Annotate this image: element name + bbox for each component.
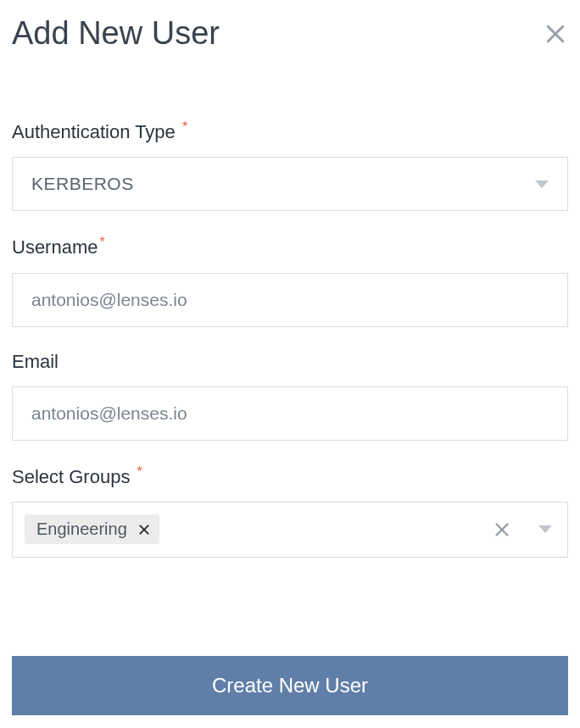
close-icon[interactable] (543, 21, 568, 47)
remove-chip-icon[interactable] (137, 523, 151, 536)
required-marker: * (99, 235, 104, 249)
email-field: Email (12, 351, 568, 441)
email-input[interactable] (31, 403, 549, 424)
auth-type-field: Authentication Type * KERBEROS (12, 119, 568, 211)
username-input-wrapper (12, 273, 568, 327)
auth-type-label: Authentication Type * (12, 119, 568, 143)
chevron-down-icon (535, 181, 549, 188)
auth-type-select[interactable]: KERBEROS (12, 157, 568, 211)
create-user-button[interactable]: Create New User (12, 656, 568, 715)
dialog-title: Add New User (12, 15, 220, 52)
username-label: Username* (12, 235, 568, 258)
multiselect-controls (493, 520, 552, 539)
email-input-wrapper (12, 386, 568, 441)
username-label-text: Username (12, 237, 98, 258)
auth-type-select-value: KERBEROS (31, 174, 527, 194)
dialog-header: Add New User (12, 15, 568, 52)
groups-label-text: Select Groups (12, 466, 130, 487)
email-label: Email (12, 351, 568, 373)
required-marker: * (182, 119, 187, 134)
chevron-down-icon (538, 525, 552, 533)
groups-multiselect[interactable]: Engineering (12, 502, 568, 558)
username-field: Username* (12, 235, 568, 326)
clear-all-icon[interactable] (493, 520, 511, 539)
username-input[interactable] (31, 290, 549, 310)
group-chip-label: Engineering (36, 520, 127, 539)
groups-label: Select Groups * (12, 464, 568, 488)
required-marker: * (137, 464, 142, 479)
group-chip: Engineering (25, 514, 159, 544)
auth-type-label-text: Authentication Type (12, 121, 176, 142)
groups-field: Select Groups * Engineering (12, 464, 568, 558)
